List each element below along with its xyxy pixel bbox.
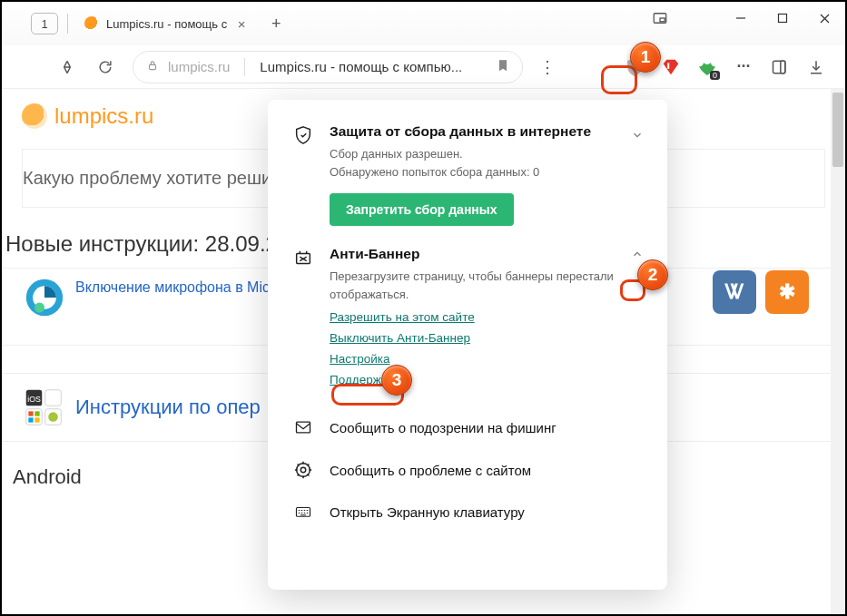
svg-point-27	[300, 467, 306, 473]
item-label: Сообщить о подозрении на фишинг	[330, 420, 556, 435]
svg-rect-21	[34, 417, 39, 422]
shield-icon	[291, 123, 315, 145]
badge: 0	[710, 71, 720, 80]
ab-link-settings[interactable]: Настройка	[330, 352, 644, 366]
mail-icon	[291, 418, 315, 436]
annotation-3: 3	[381, 365, 412, 396]
svg-rect-7	[773, 61, 785, 73]
lock-icon	[146, 59, 159, 75]
ab-link-support[interactable]: Поддержка	[330, 373, 644, 386]
omnibox[interactable]: lumpics.ru Lumpics.ru - помощь с компью.…	[133, 51, 523, 83]
os-instructions-link[interactable]: Инструкции по опер	[75, 396, 261, 419]
browser-tab[interactable]: Lumpics.ru - помощь с ×	[77, 7, 252, 40]
privacy-ext-icon[interactable]: 0	[696, 56, 718, 78]
item-label: Открыть Экранную клавиатуру	[330, 504, 525, 520]
favicon-icon	[84, 16, 99, 31]
page-actions-menu-icon[interactable]: ⋮	[539, 57, 555, 77]
page-title: Lumpics.ru - помощь с компью...	[260, 59, 462, 74]
adblock-ext-icon[interactable]	[660, 56, 682, 78]
block-data-button[interactable]: Запретить сбор данных	[330, 193, 514, 226]
minimize-button[interactable]	[720, 2, 762, 34]
tab-title: Lumpics.ru - помощь с	[106, 17, 227, 31]
yandex-home-icon[interactable]	[56, 56, 78, 78]
ab-link-disable[interactable]: Выключить Анти-Баннер	[330, 331, 644, 345]
chevron-down-icon[interactable]	[631, 129, 644, 145]
annotation-1: 1	[630, 42, 661, 73]
svg-rect-8	[781, 61, 785, 73]
annotation-2: 2	[637, 259, 668, 290]
svg-rect-1	[660, 18, 665, 22]
ab-link-allow[interactable]: Разрешить на этом сайте	[330, 310, 644, 324]
more-exts-icon[interactable]: ···	[733, 56, 754, 78]
close-tab-icon[interactable]: ×	[234, 16, 249, 32]
logo-icon	[22, 103, 47, 129]
svg-rect-20	[28, 417, 33, 422]
pip-icon[interactable]	[649, 7, 671, 29]
downloads-icon[interactable]	[805, 56, 827, 78]
gear-icon	[291, 460, 315, 480]
svg-rect-3	[779, 15, 787, 23]
svg-rect-16	[45, 390, 62, 406]
svg-text:iOS: iOS	[27, 395, 41, 404]
edge-icon	[25, 278, 64, 318]
report-phishing-item[interactable]: Сообщить о подозрении на фишинг	[291, 406, 644, 448]
antibanner-sub: Перезагрузите страницу, чтобы баннеры пе…	[330, 268, 644, 303]
scroll-thumb[interactable]	[832, 93, 843, 167]
address-bar: lumpics.ru Lumpics.ru - помощь с компью.…	[2, 45, 845, 89]
antibanner-icon	[291, 246, 315, 268]
reload-icon[interactable]	[94, 56, 116, 78]
svg-rect-25	[297, 422, 310, 433]
divider	[67, 14, 68, 34]
popup-section-antibanner: Анти-Баннер Перезагрузите страницу, чтоб…	[291, 246, 644, 386]
svg-rect-19	[34, 411, 39, 416]
logo-text: lumpics.ru	[54, 103, 153, 129]
protection-sub1: Сбор данных разрешен.	[330, 145, 644, 163]
scrollbar[interactable]	[831, 89, 845, 614]
chevron-up-icon[interactable]	[631, 248, 644, 264]
divider	[244, 58, 245, 76]
kaspersky-popup: Защита от сбора данных в интернете Сбор …	[268, 100, 667, 590]
maximize-button[interactable]	[762, 2, 803, 34]
popup-section-protection: Защита от сбора данных в интернете Сбор …	[291, 123, 644, 226]
os-collage-icon: iOS	[25, 388, 63, 426]
close-window-button[interactable]	[803, 2, 845, 34]
url-domain: lumpics.ru	[168, 59, 230, 74]
sidebar-toggle-icon[interactable]	[769, 56, 791, 78]
social-buttons: Ꮤ ✱	[713, 270, 809, 314]
item-label: Сообщить о проблеме с сайтом	[330, 463, 531, 478]
protection-title: Защита от сбора данных в интернете	[330, 123, 644, 140]
svg-point-11	[34, 303, 44, 313]
title-bar: 1 Lumpics.ru - помощь с × +	[2, 2, 845, 45]
open-keyboard-item[interactable]: Открыть Экранную клавиатуру	[291, 492, 644, 532]
bookmark-icon[interactable]	[497, 58, 509, 76]
tab-count-pill[interactable]: 1	[31, 13, 58, 34]
protection-sub2: Обнаружено попыток сбора данных: 0	[330, 163, 644, 181]
window-controls	[720, 2, 845, 34]
ok-button[interactable]: ✱	[765, 270, 809, 314]
svg-rect-18	[28, 411, 33, 416]
vk-button[interactable]: Ꮤ	[713, 270, 756, 314]
report-site-problem-item[interactable]: Сообщить о проблеме с сайтом	[291, 448, 644, 492]
svg-rect-6	[150, 64, 156, 69]
new-tab-button[interactable]: +	[263, 11, 289, 36]
keyboard-icon	[291, 504, 315, 520]
antibanner-title: Анти-Баннер	[330, 246, 644, 262]
svg-point-23	[48, 412, 58, 422]
